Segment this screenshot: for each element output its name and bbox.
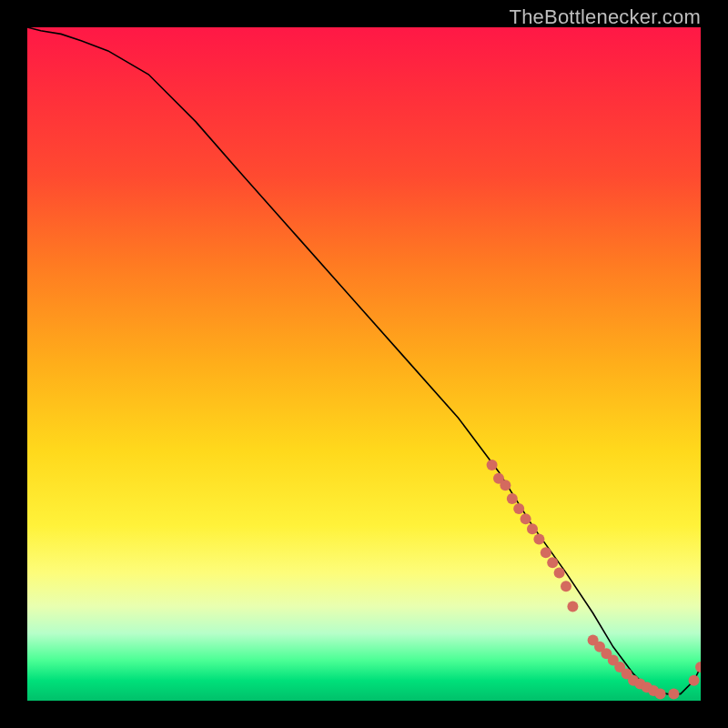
data-point <box>628 675 639 686</box>
data-point <box>655 689 666 700</box>
data-point <box>642 682 652 693</box>
data-point <box>567 601 578 612</box>
data-point <box>493 473 504 484</box>
data-point <box>561 581 571 592</box>
data-point <box>507 493 518 504</box>
data-point <box>614 662 625 672</box>
data-point <box>594 642 605 652</box>
data-point <box>588 634 599 645</box>
data-point <box>634 679 645 690</box>
data-point <box>541 547 551 558</box>
data-point <box>533 533 544 544</box>
data-point <box>622 668 632 679</box>
data-point <box>547 557 558 568</box>
marker-group <box>487 460 701 700</box>
data-point <box>521 513 531 524</box>
data-point <box>487 460 498 470</box>
data-point <box>527 523 538 534</box>
data-point <box>648 685 659 696</box>
data-point <box>500 480 511 490</box>
data-point <box>513 503 524 514</box>
data-point <box>689 675 700 686</box>
data-point <box>608 655 619 666</box>
chart-stage: TheBottlenecker.com <box>0 0 728 728</box>
chart-overlay <box>27 27 701 701</box>
data-point <box>601 648 612 659</box>
data-point <box>695 662 701 672</box>
plot-area <box>27 27 701 701</box>
data-point <box>668 689 679 700</box>
attribution-text: TheBottlenecker.com <box>510 5 701 29</box>
data-point <box>554 567 565 578</box>
bottleneck-curve <box>27 27 701 694</box>
